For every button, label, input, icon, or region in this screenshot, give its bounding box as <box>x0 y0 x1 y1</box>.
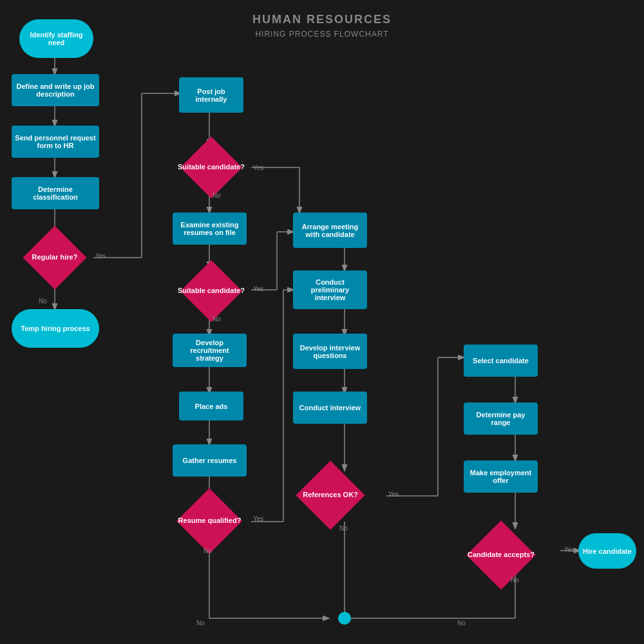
node-employment-offer: Make employment offer <box>464 460 538 493</box>
svg-point-40 <box>338 612 351 625</box>
node-arrange: Arrange meeting with candidate <box>293 213 367 248</box>
label-yes-references: Yes <box>388 491 399 498</box>
label-no-suitable1: No <box>213 192 221 199</box>
label-no-suitable2: No <box>213 316 221 323</box>
node-develop-recruit: Develop recruitment strategy <box>173 334 247 367</box>
node-candidate-accepts: Candidate accepts? <box>459 527 543 583</box>
node-identify: Identify staffing need <box>19 19 93 58</box>
node-suitable2: Suitable candidate? <box>173 265 250 317</box>
label-yes-suitable2: Yes <box>253 285 263 292</box>
node-send: Send personnel request form to HR <box>12 126 99 158</box>
node-develop-questions: Develop interview questions <box>293 334 367 369</box>
label-yes-regular: Yes <box>95 252 106 260</box>
node-select: Select candidate <box>464 345 538 377</box>
node-determine: Determine classification <box>12 177 99 209</box>
node-examine: Examine existing resumes on file <box>173 213 247 245</box>
node-references: References OK? <box>289 467 372 524</box>
node-conduct-prelim: Conduct preliminary interview <box>293 270 367 309</box>
label-no-bottom: No <box>196 620 205 627</box>
node-gather: Gather resumes <box>173 444 247 477</box>
label-no-resume: No <box>204 547 212 554</box>
flowchart-container: HUMAN RESOURCES HIRING PROCESS FLOWCHART <box>0 0 644 644</box>
node-resume-qualified: Resume qualified? <box>169 495 250 547</box>
label-no-regular: No <box>39 298 47 305</box>
label-no-accepts: No <box>511 576 519 583</box>
node-pay-range: Determine pay range <box>464 402 538 435</box>
node-regular-hire: Regular hire? <box>13 232 97 283</box>
label-yes-suitable1: Yes <box>253 164 263 171</box>
node-define: Define and write up job description <box>12 74 99 106</box>
node-hire: Hire candidate <box>578 533 636 569</box>
label-yes-resume: Yes <box>253 515 263 522</box>
label-no-bottom2: No <box>457 620 466 627</box>
node-conduct-interview: Conduct interview <box>293 392 367 424</box>
node-temp-hiring: Temp hiring process <box>12 309 99 348</box>
node-suitable1: Suitable candidate? <box>173 142 250 193</box>
label-no-references: No <box>339 525 348 532</box>
label-yes-accepts: Yes <box>564 546 574 553</box>
node-place-ads: Place ads <box>179 392 243 421</box>
node-post-job: Post job internally <box>179 77 243 113</box>
